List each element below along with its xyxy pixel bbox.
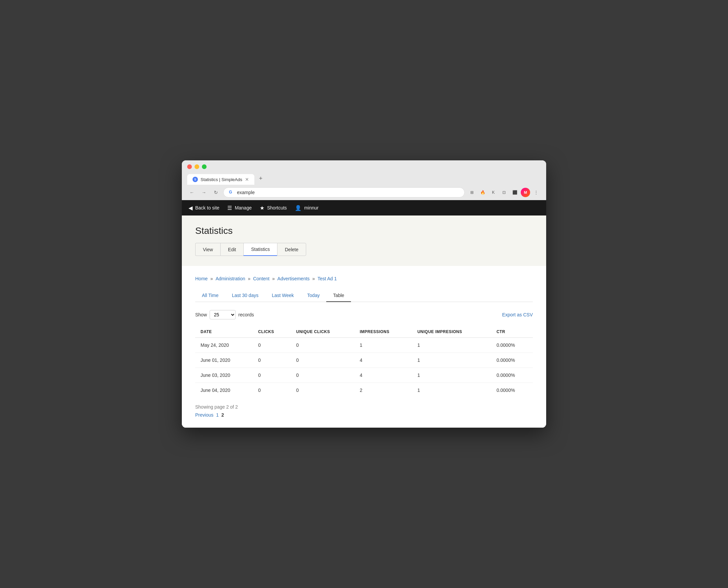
browser-toolbar-icons: ⊞ 🔥 K ⊡ ⬛ M ⋮ [467,188,541,197]
google-icon: G [229,190,234,195]
cms-toolbar: ◀ Back to site ☰ Manage ★ Shortcuts 👤 mi… [182,200,546,215]
active-tab[interactable]: S Statistics | SimpleAds ✕ [187,174,255,185]
tab-view[interactable]: View [195,243,220,256]
cell-unique_clicks: 0 [291,368,354,383]
shortcuts-label: Shortcuts [267,205,287,210]
cell-ctr: 0.0000% [491,353,533,368]
col-unique-impressions: UNIQUE IMPRESIONS [412,326,491,338]
cell-impressions: 2 [354,383,412,398]
tab-statistics[interactable]: Statistics [243,243,277,256]
browser-window: S Statistics | SimpleAds ✕ + ← → ↻ G exa… [182,160,546,428]
cell-unique_impressions: 1 [412,383,491,398]
forward-nav-button[interactable]: → [199,188,208,197]
cell-date: May 24, 2020 [195,338,253,353]
browser-chrome: S Statistics | SimpleAds ✕ + [182,160,546,185]
tab-title: Statistics | SimpleAds [201,177,242,182]
manage-label: Manage [235,205,252,210]
cell-unique_impressions: 1 [412,353,491,368]
col-clicks: CLICKS [253,326,291,338]
breadcrumb: Home » Administration » Content » Advert… [195,276,533,281]
col-ctr: CTR [491,326,533,338]
tab-close-button[interactable]: ✕ [245,177,249,182]
cell-unique_clicks: 0 [291,383,354,398]
breadcrumb-administration[interactable]: Administration [216,276,245,281]
cell-date: June 03, 2020 [195,368,253,383]
close-button[interactable] [187,164,192,169]
cell-ctr: 0.0000% [491,368,533,383]
time-tab-30-days[interactable]: Last 30 days [225,289,265,302]
show-records-row: Show 25 10 50 100 records Export as CSV [195,310,533,319]
back-to-site-label: Back to site [195,205,219,210]
minimize-button[interactable] [195,164,199,169]
cell-unique_clicks: 0 [291,353,354,368]
tab-delete[interactable]: Delete [277,243,306,256]
previous-page-link[interactable]: Previous [195,412,213,418]
cell-unique_clicks: 0 [291,338,354,353]
user-icon: 👤 [295,205,302,211]
star-icon: ★ [260,205,264,211]
breadcrumb-advertisements[interactable]: Advertisements [278,276,309,281]
cell-impressions: 4 [354,353,412,368]
table-row: May 24, 202000110.0000% [195,338,533,353]
breadcrumb-test-ad[interactable]: Test Ad 1 [318,276,337,281]
time-tab-all-time[interactable]: All Time [195,289,225,302]
cell-impressions: 4 [354,368,412,383]
cell-date: June 01, 2020 [195,353,253,368]
cell-clicks: 0 [253,338,291,353]
extension-icon-4[interactable]: ⊡ [499,188,509,197]
cell-ctr: 0.0000% [491,338,533,353]
show-label: Show [195,312,207,317]
cell-unique_impressions: 1 [412,368,491,383]
tab-edit[interactable]: Edit [220,243,243,256]
time-tab-today[interactable]: Today [301,289,326,302]
refresh-button[interactable]: ↻ [211,188,221,197]
cell-impressions: 1 [354,338,412,353]
pagination: Previous 1 2 [195,412,533,418]
extension-icon-3[interactable]: K [489,188,498,197]
traffic-lights [187,164,541,169]
extension-icon-1[interactable]: ⊞ [467,188,477,197]
time-tab-table[interactable]: Table [326,289,351,302]
shortcuts-button[interactable]: ★ Shortcuts [260,204,287,212]
manage-button[interactable]: ☰ Manage [227,204,252,212]
breadcrumb-content[interactable]: Content [253,276,269,281]
export-csv-link[interactable]: Export as CSV [502,312,533,317]
table-row: June 03, 202000410.0000% [195,368,533,383]
back-arrow-icon: ◀ [188,205,193,211]
extension-icon-5[interactable]: ⬛ [510,188,520,197]
page-header-area: Statistics View Edit Statistics Delete [182,215,546,266]
cell-clicks: 0 [253,368,291,383]
cell-unique_impressions: 1 [412,338,491,353]
records-per-page-select[interactable]: 25 10 50 100 [209,310,236,319]
time-tabs: All Time Last 30 days Last Week Today Ta… [195,289,533,302]
pagination-info: Showing page 2 of 2 [195,404,533,410]
address-bar[interactable]: G example [223,187,465,197]
menu-icon[interactable]: ⋮ [531,188,541,197]
cell-clicks: 0 [253,383,291,398]
table-row: June 04, 202000210.0000% [195,383,533,398]
address-bar-row: ← → ↻ G example ⊞ 🔥 K ⊡ ⬛ M ⋮ [182,185,546,200]
col-unique-clicks: UNIQUE CLICKS [291,326,354,338]
table-row: June 01, 202000410.0000% [195,353,533,368]
back-nav-button[interactable]: ← [187,188,197,197]
cell-ctr: 0.0000% [491,383,533,398]
cell-date: June 04, 2020 [195,383,253,398]
action-tabs: View Edit Statistics Delete [195,243,533,256]
back-to-site-button[interactable]: ◀ Back to site [188,204,219,212]
tab-favicon: S [193,177,198,182]
new-tab-button[interactable]: + [255,172,267,185]
tab-bar: S Statistics | SimpleAds ✕ + [187,172,541,185]
profile-icon[interactable]: M [521,188,530,197]
time-tab-last-week[interactable]: Last Week [265,289,301,302]
col-impressions: IMPRESSIONS [354,326,412,338]
cell-clicks: 0 [253,353,291,368]
user-button[interactable]: 👤 minnur [295,204,319,212]
main-content: Home » Administration » Content » Advert… [182,266,546,428]
page-title: Statistics [195,226,533,236]
page-1-link[interactable]: 1 [216,412,219,418]
extension-icon-2[interactable]: 🔥 [478,188,487,197]
user-label: minnur [304,205,319,210]
breadcrumb-home[interactable]: Home [195,276,207,281]
maximize-button[interactable] [202,164,206,169]
page-2-current: 2 [221,412,224,418]
